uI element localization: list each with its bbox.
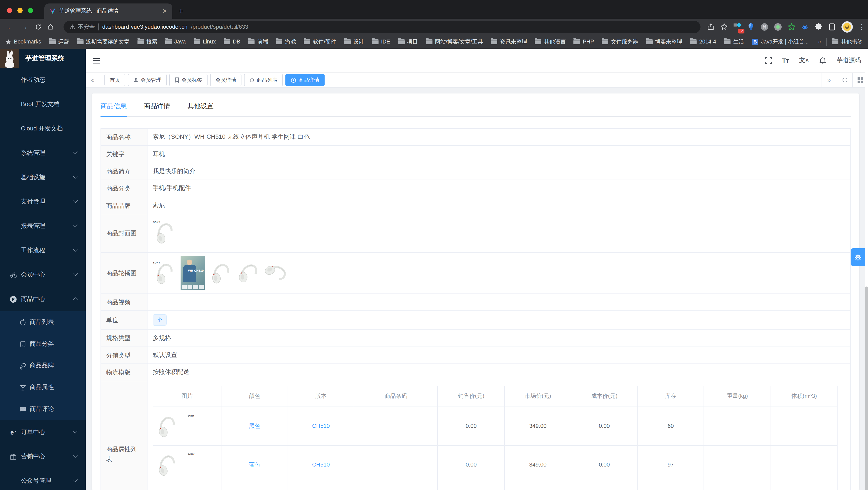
maximize-window-button[interactable] [28, 8, 33, 13]
bookmark-folder[interactable]: 文件服务器 [602, 38, 638, 45]
scrollbar-track[interactable] [865, 49, 868, 490]
sidebar-item-member-center[interactable]: 会员中心 [0, 263, 86, 287]
reload-icon[interactable] [33, 23, 43, 30]
notification-bell-icon[interactable] [819, 57, 826, 64]
bookmark-folder[interactable]: Linux [194, 39, 216, 45]
sidebar-item-pay[interactable]: 支付管理 [0, 190, 86, 214]
sidebar-item-order-center[interactable]: e 订单中心 [0, 420, 86, 444]
tag-member-detail[interactable]: 会员详情 [210, 74, 242, 86]
sidebar-item-product-comment[interactable]: 商品评论 [0, 398, 86, 420]
tab-product-detail[interactable]: 商品详情 [144, 102, 170, 116]
product-cover-image[interactable]: SONY [153, 221, 177, 244]
collapse-sidebar-icon[interactable] [93, 58, 100, 63]
sku-version-link[interactable]: CH510 [288, 406, 354, 445]
extension-star-icon[interactable] [787, 23, 795, 31]
bookmark-folder[interactable]: 游戏 [276, 38, 296, 45]
sku-version-link[interactable]: CH510 [288, 484, 354, 490]
bookmark-folder[interactable]: PHP [574, 39, 594, 45]
sku-version-link[interactable]: CH510 [288, 445, 354, 484]
bookmark-folder[interactable]: DB [224, 39, 240, 45]
share-icon[interactable] [707, 23, 714, 31]
font-size-icon[interactable]: TT [782, 57, 789, 64]
tag-member-manage[interactable]: 会员管理 [128, 74, 167, 86]
sku-color-link[interactable]: 黑色 [221, 406, 288, 445]
bookmark-folder[interactable]: 博客未整理 [646, 38, 682, 45]
bookmark-folder[interactable]: 前端 [248, 38, 268, 45]
tab-product-info[interactable]: 商品信息 [100, 102, 127, 116]
sidebar-item-infra[interactable]: 基础设施 [0, 165, 86, 190]
bookmark-folder[interactable]: 其他语言 [535, 38, 566, 45]
bookmark-folder[interactable]: 软件/硬件 [304, 38, 336, 45]
sidebar-item-product-category[interactable]: 商品分类 [0, 333, 86, 355]
bookmark-folder[interactable]: 生活 [724, 38, 744, 45]
bookmark-folder[interactable]: 项目 [398, 38, 418, 45]
bookmark-folder[interactable]: IDE [372, 39, 390, 45]
tag-home[interactable]: 首页 [104, 74, 125, 86]
extension-panel-icon[interactable] [828, 23, 836, 31]
bookmarks-overflow-icon[interactable]: » [818, 39, 821, 45]
sidebar-item-author-news[interactable]: 作者动态 [0, 68, 86, 92]
extension-command-icon[interactable]: ⌘ [761, 23, 768, 31]
sku-image[interactable]: SONY [155, 414, 219, 438]
logo-bar[interactable]: 芋道管理系统 [0, 49, 86, 68]
close-tab-icon[interactable]: ✕ [162, 8, 167, 14]
theme-settings-button[interactable] [850, 248, 865, 266]
bookmark-folder[interactable]: Java [165, 39, 186, 45]
new-tab-button[interactable]: + [178, 6, 183, 16]
sidebar-item-mp-admin[interactable]: 公众号管理 [0, 469, 86, 490]
tags-scroll-left-icon[interactable]: « [86, 73, 100, 87]
sidebar-item-product-center[interactable]: P 商品中心 [0, 287, 86, 311]
bookmarks-manager[interactable]: Bookmarks [5, 39, 41, 45]
bookmark-star-icon[interactable] [720, 23, 728, 31]
address-bar[interactable]: 不安全 dashboard-vue3.yudao.iocoder.cn/prod… [64, 21, 701, 33]
home-icon[interactable] [47, 23, 57, 30]
bookmark-folder[interactable]: 搜索 [137, 38, 157, 45]
sidebar-item-product-list[interactable]: 商品列表 [0, 311, 86, 333]
sku-color-link[interactable]: 蓝色 [221, 445, 288, 484]
sidebar-item-product-property[interactable]: 商品属性 [0, 377, 86, 398]
slider-image-4[interactable] [237, 261, 260, 285]
extension-recorder-icon[interactable] [774, 23, 782, 31]
extension-balloon-icon[interactable] [747, 23, 755, 31]
slider-image-5[interactable] [265, 261, 288, 285]
sku-color-link[interactable]: 白色 [221, 484, 288, 490]
refresh-page-icon[interactable] [837, 73, 852, 87]
bookmark-folder[interactable]: 网站/博客/文章/工具 [426, 38, 483, 45]
extension-vue-devtools-icon[interactable] [801, 23, 809, 31]
forward-icon[interactable]: → [19, 22, 30, 31]
tag-member-label[interactable]: 会员标签 [169, 74, 208, 86]
fullscreen-icon[interactable] [765, 57, 772, 64]
browser-menu-icon[interactable]: ⋮ [859, 23, 863, 31]
current-user[interactable]: 芋道源码 [837, 57, 861, 64]
sidebar-item-cloud-docs[interactable]: Cloud 开发文档 [0, 117, 86, 141]
bookmark-folder[interactable]: 资讯未整理 [491, 38, 527, 45]
sidebar-item-report[interactable]: 报表管理 [0, 214, 86, 238]
slider-image-2[interactable]: WH-CH510 [181, 256, 205, 290]
security-indicator[interactable]: 不安全 [70, 23, 95, 31]
tags-scroll-right-icon[interactable]: » [821, 73, 837, 87]
other-bookmarks[interactable]: 其他书签 [832, 38, 863, 45]
tab-other-settings[interactable]: 其他设置 [188, 102, 214, 116]
sidebar-item-system[interactable]: 系统管理 [0, 141, 86, 165]
profile-avatar[interactable] [841, 21, 853, 32]
slider-image-3[interactable] [209, 261, 233, 285]
back-icon[interactable]: ← [5, 22, 16, 31]
bookmark-folder[interactable]: 设计 [344, 38, 364, 45]
locale-icon[interactable]: 文A [799, 57, 809, 64]
bookmark-folder[interactable]: 运营 [49, 38, 69, 45]
browser-tab[interactable]: 芋道管理系统 - 商品详情 ✕ [44, 3, 172, 19]
close-window-button[interactable] [7, 8, 12, 13]
sidebar-item-marketing-center[interactable]: 营销中心 [0, 444, 86, 469]
sidebar-item-boot-docs[interactable]: Boot 开发文档 [0, 92, 86, 117]
tag-product-list[interactable]: 商品列表 [244, 74, 283, 86]
bookmark-folder[interactable]: 2014-4 [690, 39, 716, 45]
extensions-puzzle-icon[interactable] [814, 23, 822, 31]
sidebar-item-workflow[interactable]: 工作流程 [0, 238, 86, 263]
sku-image[interactable]: SONY [155, 453, 219, 477]
extension-tag-manager-icon[interactable]: 12 [734, 23, 741, 31]
bookmark-folder[interactable]: 近期需要读的文章 [77, 38, 129, 45]
slider-image-1[interactable]: SONY [153, 261, 177, 285]
tag-product-detail[interactable]: 商品详情 [285, 74, 324, 86]
scrollbar-thumb[interactable] [865, 287, 868, 490]
sidebar-item-product-brand[interactable]: 商品品牌 [0, 355, 86, 377]
